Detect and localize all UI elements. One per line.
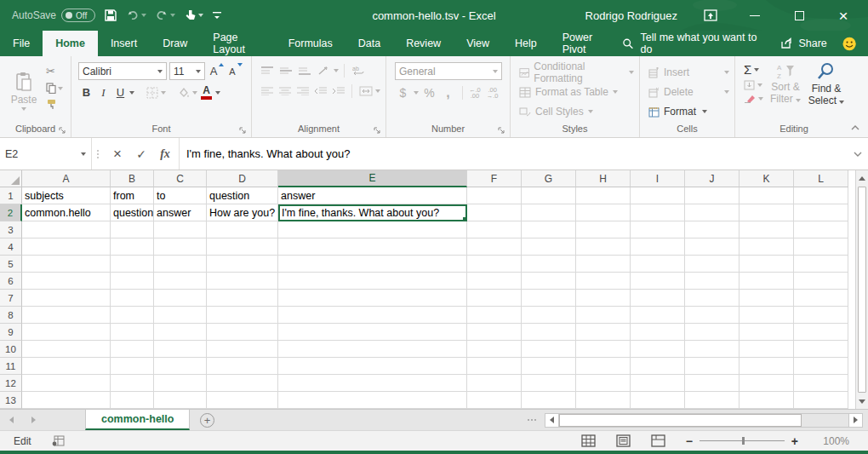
minimize-button[interactable] [744, 4, 766, 26]
sheet-tab-active[interactable]: common-hello [85, 410, 190, 430]
user-name[interactable]: Rodrigo Rodriguez [585, 9, 677, 22]
ribbon-display-options-button[interactable] [700, 4, 722, 26]
fill-color-button[interactable] [175, 83, 191, 101]
autosave-switch[interactable]: Off [61, 9, 95, 22]
orientation-caret[interactable] [334, 69, 339, 72]
cell-B7[interactable] [111, 290, 154, 307]
align-right-button[interactable] [294, 83, 311, 100]
cell-J1[interactable] [685, 187, 740, 204]
cell-G13[interactable] [522, 392, 576, 409]
cell-H4[interactable] [576, 238, 631, 256]
cell-L4[interactable] [794, 238, 848, 256]
cell-C12[interactable] [154, 375, 207, 392]
cell-D6[interactable] [207, 273, 278, 290]
format-as-table-button[interactable]: Format as Table [519, 83, 634, 101]
row-header-1[interactable]: 1 [0, 187, 22, 204]
bold-button[interactable]: B [78, 83, 94, 101]
row-header-4[interactable]: 4 [0, 238, 22, 256]
increase-indent-button[interactable] [330, 83, 346, 100]
close-button[interactable]: × [832, 4, 854, 26]
cell-K5[interactable] [740, 256, 794, 273]
row-header-3[interactable]: 3 [0, 221, 22, 238]
font-color-caret[interactable] [215, 91, 220, 95]
cell-E3[interactable] [278, 221, 467, 238]
cell-L11[interactable] [794, 358, 848, 375]
cell-C5[interactable] [154, 256, 207, 273]
vertical-scrollbar[interactable] [855, 170, 868, 409]
cell-E9[interactable] [278, 324, 467, 341]
cell-B1[interactable]: from [111, 187, 154, 204]
cell-K1[interactable] [740, 187, 794, 204]
cell-D11[interactable] [207, 358, 278, 375]
cell-H6[interactable] [576, 273, 631, 290]
cell-F10[interactable] [467, 341, 522, 358]
row-header-6[interactable]: 6 [0, 273, 22, 290]
cell-D5[interactable] [207, 256, 278, 273]
cell-J3[interactable] [685, 221, 740, 238]
increase-decimal-button[interactable]: ←.0.00 [469, 87, 481, 99]
column-header-J[interactable]: J [685, 170, 740, 187]
cell-G8[interactable] [522, 307, 576, 324]
cell-B13[interactable] [111, 392, 154, 409]
currency-caret[interactable] [414, 91, 419, 95]
fill-button[interactable] [744, 80, 763, 90]
cell-L5[interactable] [794, 256, 848, 273]
align-bottom-button[interactable] [296, 62, 313, 79]
cell-K13[interactable] [740, 392, 794, 409]
collapse-ribbon-button[interactable] [851, 125, 859, 130]
cell-J4[interactable] [685, 238, 740, 256]
cell-A4[interactable] [22, 238, 111, 256]
cell-E4[interactable] [278, 238, 467, 256]
cell-D10[interactable] [207, 341, 278, 358]
column-header-K[interactable]: K [740, 170, 794, 187]
column-header-B[interactable]: B [111, 170, 154, 187]
ribbon-tab-draw[interactable]: Draw [150, 31, 200, 56]
copy-button[interactable] [46, 83, 63, 94]
cell-H7[interactable] [576, 290, 631, 307]
alignment-dialog-launcher[interactable] [374, 127, 380, 134]
cell-F1[interactable] [467, 187, 522, 204]
formula-bar-resize-handle[interactable] [92, 138, 104, 170]
cell-A2[interactable]: common.hello [22, 204, 111, 221]
decrease-font-size-button[interactable]: A [226, 62, 243, 80]
save-button[interactable] [104, 9, 117, 22]
cell-I1[interactable] [631, 187, 685, 204]
zoom-slider[interactable] [700, 440, 785, 441]
paste-caret[interactable] [21, 107, 26, 111]
cell-J5[interactable] [685, 256, 740, 273]
cell-F5[interactable] [467, 256, 522, 273]
zoom-in-button[interactable]: + [791, 435, 798, 447]
previous-sheet-button[interactable] [0, 410, 22, 430]
ribbon-tab-power-pivot[interactable]: Power Pivot [550, 31, 622, 56]
cell-B11[interactable] [111, 358, 154, 375]
cell-L1[interactable] [794, 187, 848, 204]
cell-E6[interactable] [278, 273, 467, 290]
ribbon-tab-view[interactable]: View [454, 31, 502, 56]
cell-D2[interactable]: How are you? [207, 204, 278, 221]
cell-D3[interactable] [207, 221, 278, 238]
cell-K6[interactable] [740, 273, 794, 290]
name-box[interactable]: E2 [0, 138, 92, 170]
ribbon-tab-data[interactable]: Data [345, 31, 393, 56]
cell-E7[interactable] [278, 290, 467, 307]
select-all-corner[interactable] [0, 170, 22, 187]
cell-J2[interactable] [685, 204, 740, 221]
column-header-E[interactable]: E [278, 170, 467, 187]
cell-H8[interactable] [576, 307, 631, 324]
touch-mouse-mode-button[interactable] [184, 9, 203, 22]
cell-H3[interactable] [576, 221, 631, 238]
row-header-10[interactable]: 10 [0, 341, 22, 358]
cell-C9[interactable] [154, 324, 207, 341]
autosum-button[interactable]: Σ [744, 62, 763, 77]
row-header-5[interactable]: 5 [0, 256, 22, 273]
align-left-button[interactable] [259, 83, 275, 100]
cell-A6[interactable] [22, 273, 111, 290]
cell-F2[interactable] [467, 204, 522, 221]
redo-button[interactable] [155, 9, 175, 22]
cell-A1[interactable]: subjects [22, 187, 111, 204]
merge-center-caret[interactable] [375, 89, 380, 93]
increase-font-size-button[interactable]: A [208, 62, 224, 80]
clear-caret[interactable] [758, 97, 763, 101]
percent-format-button[interactable]: % [421, 83, 437, 101]
cell-I13[interactable] [631, 392, 685, 409]
